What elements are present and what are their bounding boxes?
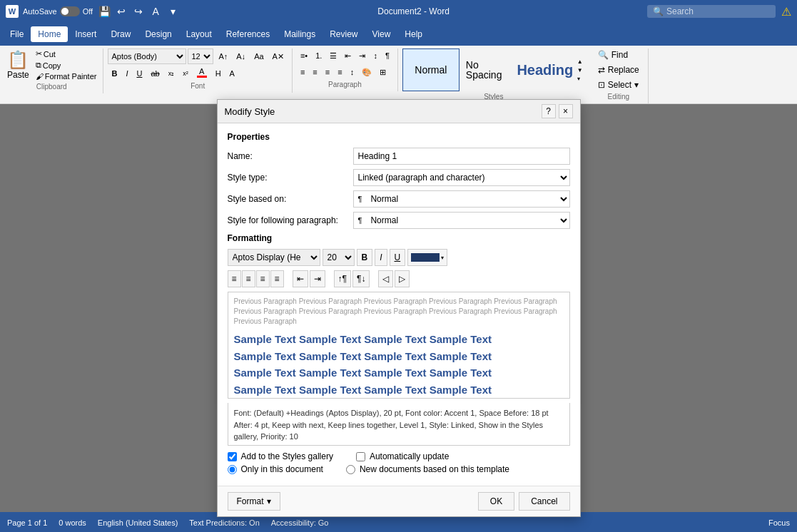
menu-review[interactable]: Review xyxy=(323,26,365,42)
italic-button[interactable]: I xyxy=(122,66,131,81)
select-button[interactable]: ⊡ Select ▾ xyxy=(594,78,644,91)
styles-scroll-down[interactable]: ▼ xyxy=(575,66,585,74)
font-color-button[interactable]: A xyxy=(193,66,210,81)
outdent-btn[interactable]: ◁ xyxy=(378,270,393,287)
preview-sample-line2: Sample Text Sample Text Sample Text Samp… xyxy=(228,348,569,365)
grow-font-button[interactable]: A↑ xyxy=(215,49,231,63)
line-spacing-before-btn[interactable]: ↑¶ xyxy=(334,270,351,287)
format-button[interactable]: A xyxy=(148,4,163,19)
fmt-font-size-select[interactable]: 20 xyxy=(323,249,355,266)
menu-home[interactable]: Home xyxy=(31,26,68,42)
replace-button[interactable]: ⇄ Replace xyxy=(594,63,644,76)
align-left-btn[interactable]: ≡ xyxy=(228,270,241,287)
underline-button[interactable]: U xyxy=(133,66,146,81)
cut-button[interactable]: ✂ Cut xyxy=(34,48,99,59)
subscript-button[interactable]: x₂ xyxy=(165,66,178,81)
fmt-color-button[interactable]: ▾ xyxy=(407,249,447,266)
style-no-spacing[interactable]: No Spacing xyxy=(460,48,517,91)
justify-button[interactable]: ≡ xyxy=(334,65,345,79)
fmt-underline-button[interactable]: U xyxy=(390,249,406,266)
dialog-help-button[interactable]: ? xyxy=(542,104,556,118)
shading-button[interactable]: 🎨 xyxy=(358,65,375,79)
indent-right-btn[interactable]: ⇥ xyxy=(310,270,325,287)
styles-expand[interactable]: ▾ xyxy=(575,75,585,83)
strikethrough-button[interactable]: ab xyxy=(147,66,163,81)
menu-references[interactable]: References xyxy=(219,26,277,42)
numbering-button[interactable]: 1. xyxy=(312,48,325,63)
style-type-select-wrapper[interactable]: Linked (paragraph and character) xyxy=(353,169,570,186)
align-left-button[interactable]: ≡ xyxy=(297,65,308,79)
shrink-font-button[interactable]: A↓ xyxy=(233,49,249,63)
save-button[interactable]: 💾 xyxy=(97,4,111,19)
styles-gallery: Normal No Spacing Heading xyxy=(402,48,574,91)
focus-status[interactable]: Focus xyxy=(768,518,790,527)
window-title: Document2 - Word xyxy=(180,6,647,16)
align-center-btn[interactable]: ≡ xyxy=(242,270,255,287)
style-description: Font: (Default) +Headings (Aptos Display… xyxy=(228,403,570,446)
new-docs-radio[interactable] xyxy=(346,465,355,474)
only-this-doc-radio[interactable] xyxy=(228,465,237,474)
indent-btn2[interactable]: ▷ xyxy=(395,270,410,287)
customize-button[interactable]: ▾ xyxy=(166,4,180,19)
menu-layout[interactable]: Layout xyxy=(179,26,219,42)
format-button[interactable]: Format ▾ xyxy=(228,492,280,511)
cancel-button[interactable]: Cancel xyxy=(519,492,569,511)
autosave-toggle[interactable] xyxy=(60,6,80,16)
style-following-select-wrapper[interactable]: ¶ Normal xyxy=(353,212,570,229)
menu-insert[interactable]: Insert xyxy=(68,26,103,42)
bold-button[interactable]: B xyxy=(108,66,121,81)
fmt-bold-button[interactable]: B xyxy=(357,249,373,266)
fmt-font-family-select[interactable]: Aptos Display (He xyxy=(228,249,320,266)
multilevel-button[interactable]: ☰ xyxy=(326,48,340,63)
style-normal[interactable]: Normal xyxy=(402,48,460,91)
menu-design[interactable]: Design xyxy=(138,26,178,42)
styles-scroll-up[interactable]: ▲ xyxy=(575,58,585,66)
line-spacing-after-btn[interactable]: ¶↓ xyxy=(352,270,370,287)
ok-button[interactable]: OK xyxy=(478,492,514,511)
style-heading[interactable]: Heading xyxy=(517,48,574,91)
bullets-button[interactable]: ≡• xyxy=(297,48,311,63)
style-heading-text: Heading xyxy=(517,62,573,78)
redo-button[interactable]: ↪ xyxy=(131,4,146,19)
add-to-gallery-checkbox[interactable] xyxy=(228,452,237,461)
decrease-indent-button[interactable]: ⇤ xyxy=(341,48,355,63)
copy-button[interactable]: ⧉ Copy xyxy=(34,60,99,71)
menu-file[interactable]: File xyxy=(3,26,31,42)
change-case-button[interactable]: Aa xyxy=(250,49,267,63)
name-input[interactable] xyxy=(353,148,570,165)
text-predictions-label: Text Predictions: On xyxy=(189,518,259,527)
format-painter-button[interactable]: 🖌 Format Painter xyxy=(34,71,99,81)
style-type-select[interactable]: Linked (paragraph and character) xyxy=(354,169,569,186)
style-based-select-wrapper[interactable]: ¶ Normal xyxy=(353,190,570,208)
increase-indent-button[interactable]: ⇥ xyxy=(355,48,369,63)
show-formatting-button[interactable]: ¶ xyxy=(382,48,393,63)
line-spacing-button[interactable]: ↕ xyxy=(347,65,358,79)
menu-draw[interactable]: Draw xyxy=(103,26,138,42)
sort-button[interactable]: ↕ xyxy=(370,48,381,63)
align-justify-btn[interactable]: ≡ xyxy=(270,270,284,287)
search-box[interactable]: 🔍 xyxy=(647,5,776,18)
indent-left-btn[interactable]: ⇤ xyxy=(293,270,308,287)
highlight-button[interactable]: H xyxy=(212,66,225,81)
align-center-button[interactable]: ≡ xyxy=(309,65,320,79)
clear-formatting-button[interactable]: A✕ xyxy=(269,49,288,63)
align-right-btn[interactable]: ≡ xyxy=(256,270,270,287)
align-right-button[interactable]: ≡ xyxy=(322,65,333,79)
menu-help[interactable]: Help xyxy=(397,26,430,42)
font-size-select[interactable]: 12 xyxy=(188,48,213,64)
fmt-italic-button[interactable]: I xyxy=(375,249,387,266)
auto-update-checkbox[interactable] xyxy=(356,452,365,461)
text-effects-button[interactable]: A xyxy=(226,66,238,81)
font-family-select[interactable]: Aptos (Body) xyxy=(108,48,186,64)
find-button[interactable]: 🔍 Find xyxy=(594,48,644,61)
paste-button[interactable]: 📋 Paste xyxy=(4,48,32,81)
superscript-button[interactable]: x² xyxy=(179,66,192,81)
style-following-select[interactable]: Normal xyxy=(366,212,569,229)
search-input[interactable] xyxy=(666,6,766,16)
undo-button[interactable]: ↩ xyxy=(114,4,128,19)
menu-view[interactable]: View xyxy=(365,26,398,42)
borders-button[interactable]: ⊞ xyxy=(376,65,390,79)
menu-mailings[interactable]: Mailings xyxy=(277,26,323,42)
style-based-select[interactable]: Normal xyxy=(366,190,569,208)
dialog-close-button[interactable]: × xyxy=(559,104,573,118)
